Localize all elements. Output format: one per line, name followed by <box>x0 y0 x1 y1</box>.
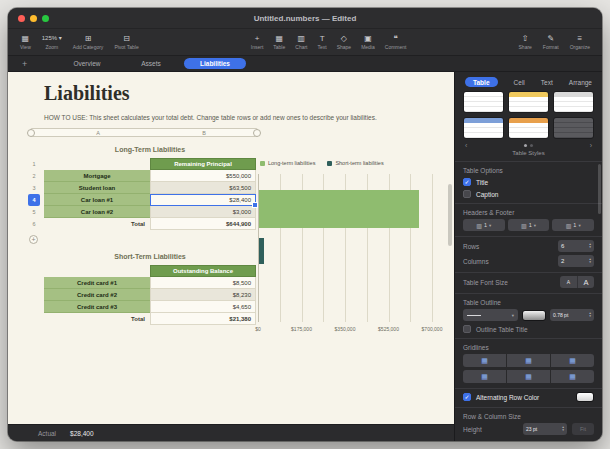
minimize-button[interactable] <box>30 15 37 22</box>
row-header-6[interactable]: 6 <box>28 218 40 230</box>
outline-title-checkbox[interactable] <box>463 325 471 333</box>
caption-checkbox[interactable] <box>463 190 471 198</box>
table-cell[interactable]: $8,230 <box>150 289 256 301</box>
table-header-cell[interactable]: Outstanding Balance <box>150 265 256 277</box>
gridlines-vertical-button[interactable]: ▦ <box>507 354 550 367</box>
table-button[interactable]: ▦ Table <box>273 34 285 51</box>
gridlines-header-column-button[interactable]: ▦ <box>463 370 506 383</box>
table-cell[interactable]: $3,000 <box>150 206 256 218</box>
tab-arrange[interactable]: Arrange <box>569 79 592 86</box>
gridlines-horizontal-button[interactable]: ▦ <box>463 354 506 367</box>
alternating-row-color-well[interactable] <box>576 392 594 402</box>
gridlines-header-row-button[interactable]: ▦ <box>507 370 550 383</box>
close-button[interactable] <box>18 15 25 22</box>
table-cell[interactable]: Car loan #1 <box>44 194 150 206</box>
sheet-canvas[interactable]: Liabilities HOW TO USE: This sheet calcu… <box>8 72 454 424</box>
long-term-table-title[interactable]: Long-Term Liabilities <box>44 146 256 153</box>
chart-button[interactable]: ▥ Chart <box>295 34 307 51</box>
comment-button[interactable]: ❝ Comment <box>385 34 407 51</box>
text-button[interactable]: T Text <box>318 34 327 51</box>
zoom-control[interactable]: 125% ▾ Zoom <box>42 34 62 51</box>
sidebar-scrollbar[interactable] <box>598 164 601 214</box>
table-cell[interactable]: $8,500 <box>150 277 256 289</box>
footer-rows-dropdown[interactable]: ▥ 1 ▾ <box>552 219 594 231</box>
row-header-4-selected[interactable]: 4 <box>28 194 40 206</box>
pager-dot[interactable] <box>530 144 533 147</box>
pager-dot[interactable] <box>524 144 527 147</box>
zoom-window-button[interactable] <box>42 15 49 22</box>
tab-assets[interactable]: Assets <box>120 60 182 67</box>
table-corner-handle[interactable] <box>27 129 35 137</box>
title-checkbox[interactable]: ✓ <box>463 178 471 186</box>
table-cell[interactable]: $644,900 <box>150 218 256 230</box>
tab-text[interactable]: Text <box>541 79 553 86</box>
table-cell[interactable]: Car loan #2 <box>44 206 150 218</box>
table-cell[interactable]: Total <box>44 218 150 230</box>
table-cell[interactable] <box>44 265 150 277</box>
row-height-stepper[interactable]: 23 pt ▴▾ <box>523 423 567 435</box>
format-button[interactable]: ✎ Format <box>543 34 559 51</box>
bar-chart[interactable]: $0 $175,000 $350,000 $525,000 $700,000 <box>258 174 432 322</box>
outline-color-well[interactable] <box>522 310 546 321</box>
long-term-bar[interactable] <box>259 190 419 228</box>
add-sheet-button[interactable]: + <box>22 59 42 69</box>
table-cell[interactable]: $21,380 <box>150 313 256 325</box>
table-cell[interactable] <box>44 158 150 170</box>
table-cell[interactable]: Credit card #3 <box>44 301 150 313</box>
chart-legend[interactable]: Long-term liabilities Short-term liabili… <box>260 160 384 166</box>
vertical-scrollbar[interactable] <box>448 184 452 246</box>
table-cell[interactable]: $4,650 <box>150 301 256 313</box>
chevron-left-icon[interactable]: ‹ <box>465 142 467 149</box>
table-cell[interactable]: Mortgage <box>44 170 150 182</box>
tab-liabilities[interactable]: Liabilities <box>184 58 246 69</box>
view-button[interactable]: ▦ View <box>20 34 31 51</box>
table-style-thumbnail[interactable] <box>508 91 549 113</box>
media-button[interactable]: ▣ Media <box>361 34 375 51</box>
table-cell[interactable]: $550,000 <box>150 170 256 182</box>
add-column-handle[interactable] <box>253 129 261 137</box>
fit-height-button[interactable]: Fit <box>572 423 594 435</box>
gridlines-outer-button[interactable]: ▦ <box>551 370 594 383</box>
table-cell[interactable]: Student loan <box>44 182 150 194</box>
row-header-1[interactable]: 1 <box>28 158 40 170</box>
table-style-thumbnail[interactable] <box>463 117 504 139</box>
long-term-table[interactable]: Remaining Principal Mortgage $550,000 St… <box>44 158 256 230</box>
gridlines-all-button[interactable]: ▦ <box>551 354 594 367</box>
column-header-b[interactable]: B <box>202 129 206 137</box>
table-style-thumbnail[interactable] <box>508 117 549 139</box>
tab-table[interactable]: Table <box>465 77 498 87</box>
tab-cell[interactable]: Cell <box>514 79 525 86</box>
row-header-2[interactable]: 2 <box>28 170 40 182</box>
selected-cell[interactable]: $28,400 <box>150 194 256 206</box>
header-rows-dropdown[interactable]: ▥ 1 ▾ <box>508 219 550 231</box>
chevron-right-icon[interactable]: › <box>590 142 592 149</box>
short-term-table-title[interactable]: Short-Term Liabilities <box>44 253 256 260</box>
table-cell[interactable]: Total <box>44 313 150 325</box>
column-ruler[interactable]: A B <box>30 128 258 137</box>
column-header-a[interactable]: A <box>96 129 100 137</box>
table-style-thumbnail[interactable] <box>553 117 594 139</box>
share-button[interactable]: ⇧ Share <box>519 34 532 51</box>
organize-button[interactable]: ≡ Organize <box>570 34 590 51</box>
tab-overview[interactable]: Overview <box>56 60 118 67</box>
table-cell[interactable]: Credit card #1 <box>44 277 150 289</box>
outline-width-stepper[interactable]: 0.78 pt ▴▾ <box>550 309 594 321</box>
row-header-5[interactable]: 5 <box>28 206 40 218</box>
table-style-thumbnail[interactable] <box>553 91 594 113</box>
add-category-button[interactable]: ⊞ Add Category <box>73 34 104 51</box>
table-cell[interactable]: $63,500 <box>150 182 256 194</box>
status-mode[interactable]: Actual <box>38 430 56 437</box>
alternating-row-color-checkbox[interactable]: ✓ <box>463 393 471 401</box>
add-row-handle[interactable]: + <box>29 235 38 244</box>
shape-button[interactable]: ◇ Shape <box>337 34 351 51</box>
decrease-font-button[interactable]: A <box>560 276 577 288</box>
table-cell[interactable]: Credit card #2 <box>44 289 150 301</box>
rows-stepper[interactable]: 6 ▴▾ <box>558 240 594 252</box>
pivot-table-button[interactable]: ⊟ Pivot Table <box>114 34 138 51</box>
increase-font-button[interactable]: A <box>577 276 594 288</box>
insert-button[interactable]: + Insert <box>251 34 264 51</box>
columns-stepper[interactable]: 2 ▴▾ <box>558 255 594 267</box>
row-header-3[interactable]: 3 <box>28 182 40 194</box>
table-style-thumbnail[interactable] <box>463 91 504 113</box>
line-style-dropdown[interactable]: ▾ <box>463 309 518 321</box>
